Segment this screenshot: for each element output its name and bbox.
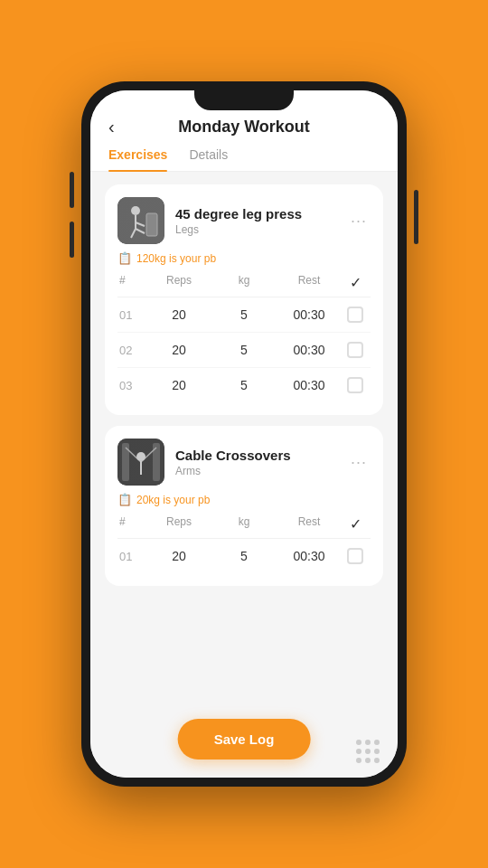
set-table-1: # Reps kg Rest ✓ 01 20 5 00:30 [117, 274, 371, 402]
leg-press-image [117, 197, 164, 244]
dot-4 [356, 749, 361, 754]
svg-point-2 [131, 206, 140, 215]
dot-9 [374, 758, 380, 763]
col-num-2: # [119, 515, 146, 533]
more-options-1[interactable]: ··· [347, 208, 371, 234]
dot-7 [356, 758, 361, 763]
col-reps-2: Reps [146, 515, 211, 533]
pb-text-2: 20kg is your pb [136, 494, 210, 506]
exercise-card-1: 45 degree leg press Legs ··· 📋 120kg is … [105, 184, 383, 415]
set-checkbox-1-1[interactable] [347, 307, 363, 323]
dot-1 [356, 740, 361, 745]
svg-rect-11 [153, 443, 160, 481]
pb-badge-1: 📋 120kg is your pb [117, 251, 371, 265]
pb-badge-2: 📋 20kg is your pb [117, 493, 371, 506]
phone-frame: ‹ Monday Workout Exercises Details [81, 81, 407, 787]
col-check: ✓ [342, 274, 369, 291]
set-rest: 00:30 [277, 343, 342, 357]
exercise-info-2: Cable Crossovers Arms [175, 448, 347, 477]
set-rest: 00:30 [277, 549, 342, 563]
set-kg: 5 [211, 307, 277, 322]
set-header-1: # Reps kg Rest ✓ [117, 274, 371, 297]
dot-8 [365, 758, 371, 763]
save-log-button[interactable]: Save Log [178, 719, 311, 760]
col-kg: kg [211, 274, 277, 291]
volume-up-button [70, 172, 74, 208]
col-num: # [119, 274, 146, 291]
screen-content: ‹ Monday Workout Exercises Details [90, 90, 398, 778]
tab-exercises[interactable]: Exercises [108, 147, 167, 171]
notch [194, 90, 294, 110]
volume-down-button [70, 222, 74, 258]
set-checkbox-2-1[interactable] [347, 548, 363, 564]
pb-icon-2: 📋 [117, 493, 132, 506]
dot-6 [374, 749, 380, 754]
exercise-header-1: 45 degree leg press Legs ··· [117, 197, 371, 244]
col-kg-2: kg [211, 515, 277, 533]
set-header-2: # Reps kg Rest ✓ [117, 515, 371, 539]
content-area: 45 degree leg press Legs ··· 📋 120kg is … [90, 172, 398, 778]
exercise-name-1: 45 degree leg press [175, 206, 347, 222]
power-button [414, 190, 418, 244]
svg-point-14 [136, 452, 145, 461]
set-row-1-3: 03 20 5 00:30 [117, 368, 371, 402]
col-check-2: ✓ [342, 515, 369, 533]
exercise-card-2: Cable Crossovers Arms ··· 📋 20kg is your… [105, 426, 383, 586]
back-button[interactable]: ‹ [108, 117, 115, 137]
phone-screen: ‹ Monday Workout Exercises Details [90, 90, 398, 778]
set-reps: 20 [146, 343, 211, 357]
tab-bar: Exercises Details [90, 137, 398, 172]
grid-menu-icon[interactable] [356, 740, 380, 763]
set-reps: 20 [146, 549, 211, 563]
svg-rect-10 [122, 443, 129, 481]
exercise-thumb-1 [117, 197, 164, 244]
set-row-1-1: 01 20 5 00:30 [117, 297, 371, 333]
col-rest: Rest [277, 274, 342, 291]
set-num: 02 [119, 344, 146, 357]
more-options-2[interactable]: ··· [347, 449, 371, 476]
set-kg: 5 [211, 343, 277, 357]
set-kg: 5 [211, 378, 277, 392]
pb-text-1: 120kg is your pb [136, 252, 216, 265]
set-num: 01 [119, 308, 146, 322]
col-rest-2: Rest [277, 515, 342, 533]
page-title: Monday Workout [178, 118, 310, 137]
pb-icon-1: 📋 [117, 251, 132, 265]
set-num: 03 [119, 379, 146, 392]
exercise-name-2: Cable Crossovers [175, 448, 347, 463]
set-table-2: # Reps kg Rest ✓ 01 20 5 00:30 [117, 515, 371, 573]
set-checkbox-1-3[interactable] [347, 377, 363, 393]
exercise-muscle-1: Legs [175, 223, 347, 236]
exercise-thumb-2 [117, 439, 164, 486]
dot-5 [365, 749, 371, 754]
set-reps: 20 [146, 307, 211, 322]
dot-2 [365, 740, 371, 745]
set-checkbox-1-2[interactable] [347, 342, 363, 358]
set-row-1-2: 02 20 5 00:30 [117, 333, 371, 368]
dot-3 [374, 740, 380, 745]
set-row-2-1: 01 20 5 00:30 [117, 539, 371, 573]
set-num: 01 [119, 550, 146, 563]
svg-rect-7 [146, 213, 157, 236]
tab-details[interactable]: Details [189, 147, 228, 171]
exercise-muscle-2: Arms [175, 465, 347, 477]
col-reps: Reps [146, 274, 211, 291]
cable-crossover-image [117, 439, 164, 486]
set-kg: 5 [211, 549, 277, 563]
exercise-header-2: Cable Crossovers Arms ··· [117, 439, 371, 486]
set-rest: 00:30 [277, 307, 342, 322]
exercise-info-1: 45 degree leg press Legs [175, 206, 347, 236]
set-reps: 20 [146, 378, 211, 392]
set-rest: 00:30 [277, 378, 342, 392]
